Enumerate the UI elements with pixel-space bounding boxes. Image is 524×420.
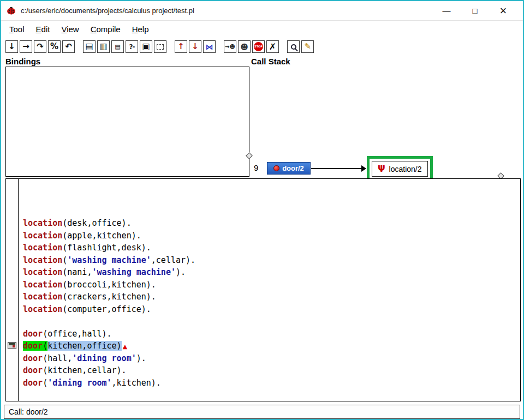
code-segment: (computer,office). — [62, 304, 151, 314]
code-segment: location — [23, 218, 62, 228]
code-line[interactable]: location(nani,'washing machine'). — [23, 266, 520, 279]
status-text: Call: door/2 — [9, 407, 48, 416]
edit-source-button[interactable]: ✎ — [301, 40, 314, 53]
code-line[interactable]: door(hall,'dining room'). — [23, 352, 520, 365]
code-segment: door — [23, 329, 43, 339]
code-line[interactable]: door(office,hall). — [23, 328, 520, 340]
frame-depth-label: 9 — [254, 163, 258, 172]
call-arrow-head-icon — [361, 165, 366, 172]
code-segment: ( — [43, 378, 47, 388]
callee-node-label: location/2 — [389, 165, 422, 173]
frame-node-door[interactable]: door/2 — [267, 162, 311, 175]
right-arrow-icon: → — [22, 43, 29, 51]
call-stack-label: Call Stack — [251, 57, 290, 66]
listing-doc-icon: ▤ — [85, 43, 93, 51]
step-out-button[interactable]: ↷ — [34, 40, 46, 53]
abort-button[interactable]: ✗ — [266, 40, 279, 53]
code-area[interactable]: location(desk,office).location(apple,kit… — [19, 179, 520, 401]
stop-button[interactable]: STOP — [252, 40, 265, 53]
toolbar-separator — [281, 46, 285, 47]
bindings-label: Bindings — [5, 57, 40, 66]
goto-frame-button[interactable]: →☻ — [224, 40, 236, 53]
interrupt-button[interactable]: ☻ — [238, 40, 251, 53]
step-into-button[interactable]: ↓ — [5, 40, 18, 53]
code-segment: ,cellar). — [151, 255, 195, 265]
nodebug-button[interactable]: ⋈ — [203, 40, 216, 53]
code-segment: 'washing machine' — [92, 267, 176, 277]
menu-item-compile[interactable]: Compile — [86, 22, 127, 36]
code-line[interactable]: door(kitchen,cellar). — [23, 364, 520, 377]
filled-box-icon: ▣ — [142, 43, 150, 51]
details-button[interactable]: ▣ — [140, 40, 152, 53]
down-arrow-icon: ↓ — [8, 43, 15, 51]
maximize-button[interactable]: □ — [461, 2, 489, 20]
menu-item-help[interactable]: Help — [127, 22, 156, 36]
step-over-button[interactable]: → — [20, 40, 32, 53]
callee-node-location[interactable]: Ψ location/2 — [372, 161, 428, 177]
curved-right-arrow-icon: ↷ — [37, 43, 44, 51]
code-segment: (office,hall). — [43, 329, 111, 339]
code-line[interactable]: location(broccoli,kitchen). — [23, 279, 520, 291]
listing-down-doc-icon: ▥ — [99, 43, 107, 51]
arrow-person-icon: →☻ — [225, 44, 235, 50]
listing-button[interactable]: ▤ — [83, 40, 96, 53]
cross-icon: ✗ — [269, 43, 276, 51]
caret-marker-icon: ▲ — [123, 343, 127, 350]
pencil-icon: ✎ — [304, 43, 311, 51]
magnifier-icon — [291, 44, 296, 50]
maximize-icon: □ — [472, 6, 477, 15]
code-segment: (apple,kitchen). — [62, 231, 141, 241]
code-line[interactable]: door('dining room',kitchen). — [23, 377, 520, 389]
code-segment: (hall, — [43, 353, 72, 363]
code-line[interactable]: location(flashlight,desk). — [23, 242, 520, 254]
listing-down-button[interactable]: ▥ — [97, 40, 110, 53]
app-ladybug-icon — [7, 7, 16, 15]
code-line[interactable]: location(crackers,kitchen). — [23, 291, 520, 303]
code-segment: door — [23, 365, 43, 375]
undo-step-button[interactable]: ↶ — [62, 40, 75, 53]
person-icon: ☻ — [240, 43, 248, 51]
title-bar[interactable]: c:/users/eric/documents/projects/calculu… — [1, 1, 523, 21]
code-segment: door — [23, 341, 43, 351]
close-icon: × — [500, 4, 507, 18]
code-segment: 'dining room' — [47, 378, 111, 388]
close-button[interactable]: × — [489, 2, 517, 20]
code-line[interactable]: location(computer,office). — [23, 303, 520, 316]
curved-left-arrow-icon: ↶ — [65, 43, 72, 51]
code-segment: ( — [43, 341, 47, 351]
current-line-gutter-icon — [8, 342, 16, 349]
code-segment: (nani, — [62, 267, 92, 277]
status-bar: Call: door/2 — [4, 405, 520, 419]
bindings-panel — [5, 67, 249, 177]
down-stack-button[interactable]: ↓ — [189, 40, 201, 53]
minimize-button[interactable]: — — [432, 2, 461, 20]
code-segment: (crackers,kitchen). — [62, 292, 156, 302]
tracer-window: { "window": { "title": "c:/users/eric/do… — [0, 0, 524, 420]
code-line[interactable] — [23, 315, 520, 328]
source-gutter — [6, 179, 19, 401]
region-button[interactable] — [154, 40, 166, 53]
code-line[interactable]: location(desk,office). — [23, 217, 520, 230]
code-line[interactable]: door(kitchen,office).▲ — [23, 340, 520, 352]
toolbar: ↓→↷%↶▤▥▤?-▣↑↓⋈→☻☻STOP✗✎ — [1, 38, 523, 56]
dashed-box-icon — [157, 44, 164, 50]
current-goal-focus-ring: Ψ location/2 — [367, 156, 433, 182]
fork-icon: Ψ — [378, 164, 385, 174]
code-line[interactable]: location(apple,kitchen). — [23, 230, 520, 242]
menu-item-view[interactable]: View — [56, 22, 85, 36]
code-segment: 'washing machine' — [67, 255, 151, 265]
clause-button[interactable]: ▤ — [111, 40, 124, 53]
query-button[interactable]: ?- — [126, 40, 138, 53]
stop-sign-icon: STOP — [254, 42, 263, 51]
retry-button[interactable]: % — [48, 40, 61, 53]
code-segment: ( — [62, 255, 67, 265]
up-stack-button[interactable]: ↑ — [175, 40, 187, 53]
menu-item-tool[interactable]: Tool — [4, 22, 31, 36]
code-segment: ,kitchen). — [112, 378, 161, 388]
frame-node-label: door/2 — [282, 164, 304, 172]
menu-item-edit[interactable]: Edit — [31, 22, 57, 36]
code-line[interactable]: location('washing machine',cellar). — [23, 254, 520, 267]
code-segment: location — [23, 304, 62, 314]
code-segment: location — [23, 267, 62, 277]
zoom-button[interactable] — [287, 40, 300, 53]
